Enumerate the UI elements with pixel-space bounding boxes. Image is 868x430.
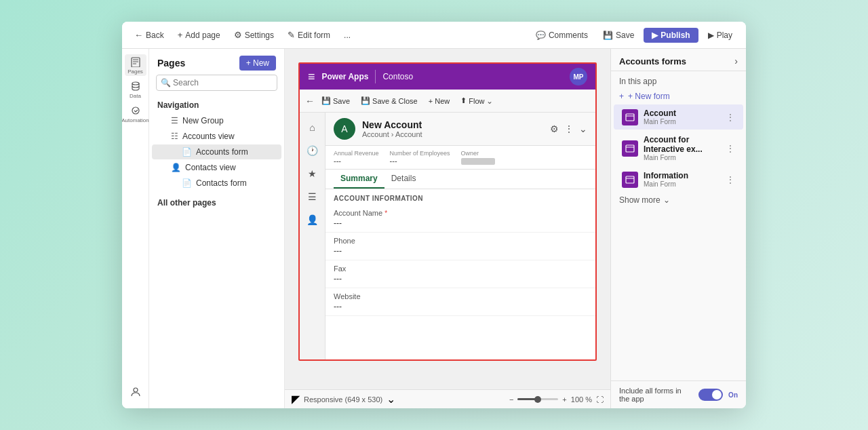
accounts-view-label: Accounts view	[182, 132, 235, 141]
pages-icon-item[interactable]: Pages	[125, 54, 146, 76]
pages-icon	[130, 56, 141, 67]
save-label: Save	[616, 31, 634, 40]
play-icon: ▶	[708, 31, 714, 40]
pa-dropdown-icon[interactable]: ⌄	[579, 123, 587, 134]
chevron-down-icon[interactable]: ⌄	[387, 393, 395, 406]
rp-form-account[interactable]: Account Main Form ⋮	[614, 104, 743, 130]
more-button[interactable]: ...	[340, 28, 355, 43]
rp-show-more-button[interactable]: Show more ⌄	[611, 193, 746, 208]
user-icon	[130, 387, 141, 397]
new-group-label: New Group	[182, 116, 224, 125]
pa-nav-home[interactable]: ⌂	[303, 118, 322, 137]
person-icon: 👤	[171, 163, 181, 172]
more-label: ...	[344, 31, 351, 40]
pa-back-button[interactable]: ←	[305, 96, 315, 106]
user-icon-item[interactable]	[125, 381, 146, 403]
pa-record-icon: A	[334, 118, 355, 140]
new-form-icon: +	[619, 92, 624, 101]
rp-form-interactive-icon	[622, 140, 638, 157]
pa-avatar: MP	[570, 68, 587, 85]
right-panel: Accounts forms › In this app + + New for…	[610, 49, 746, 408]
settings-label: Settings	[245, 31, 274, 40]
pa-toolbar: ← 💾 Save 💾 Save & Close + New	[300, 90, 595, 113]
publish-button[interactable]: ▶ Publish	[644, 28, 698, 43]
pa-nav-grid[interactable]: ☰	[303, 187, 322, 206]
annual-revenue-label: Annual Revenue	[334, 150, 379, 157]
rp-form-information-name: Information	[644, 171, 720, 180]
svg-point-5	[132, 107, 139, 114]
rp-form-information[interactable]: Information Main Form ⋮	[614, 167, 743, 192]
owner-label: Owner	[461, 150, 495, 157]
zoom-level-label: 100 %	[571, 395, 592, 404]
group-icon: ☰	[171, 116, 178, 125]
summary-tab[interactable]: Summary	[334, 170, 384, 189]
add-icon: +	[178, 30, 183, 40]
zoom-out-icon[interactable]: −	[509, 395, 513, 404]
rp-new-form-button[interactable]: + + New form	[611, 89, 746, 104]
rp-form-information-icon	[622, 172, 638, 188]
include-all-toggle[interactable]	[698, 389, 723, 401]
pa-flow-button[interactable]: ⬆ Flow ⌄	[456, 94, 497, 108]
pa-nav-person[interactable]: 👤	[303, 210, 322, 229]
pa-save-close-button[interactable]: 💾 Save & Close	[357, 94, 422, 107]
accounts-form-item[interactable]: 📄 Accounts form	[152, 144, 281, 159]
pa-record-title: New Account	[362, 119, 543, 130]
pa-appname: Contoso	[382, 72, 413, 81]
pa-nav-star[interactable]: ★	[303, 164, 322, 183]
toggle-knob	[712, 390, 722, 399]
save-button[interactable]: 💾 Save	[597, 28, 639, 43]
pa-new-button[interactable]: + New	[425, 95, 454, 107]
search-input[interactable]	[156, 75, 277, 91]
topbar-right: 💬 Comments 💾 Save ▶ Publish ▶ Play	[530, 28, 738, 43]
rp-form-interactive[interactable]: Account for Interactive ex... Main Form …	[614, 131, 743, 165]
main-area: Pages Data Automation Pages + New	[122, 49, 746, 408]
automation-icon-item[interactable]: Automation	[125, 103, 146, 125]
new-group-item[interactable]: ☰ New Group	[152, 113, 281, 128]
annual-revenue-value: ---	[334, 157, 379, 165]
pa-record-header: A New Account Account › Account ⚙ ⋮ ⌄	[326, 113, 595, 146]
rp-form-account-more[interactable]: ⋮	[726, 112, 735, 123]
zoom-slider[interactable]	[517, 398, 558, 400]
data-icon-item[interactable]: Data	[125, 79, 146, 100]
accounts-view-item[interactable]: ☷ Accounts view	[152, 129, 281, 144]
rp-form-interactive-info: Account for Interactive ex... Main Form	[644, 135, 720, 161]
contacts-view-item[interactable]: 👤 Contacts view	[152, 160, 281, 175]
comments-button[interactable]: 💬 Comments	[530, 28, 593, 43]
pa-form-section-title: ACCOUNT INFORMATION	[326, 189, 595, 205]
pa-phone-label: Phone	[334, 237, 587, 245]
zoom-in-icon[interactable]: +	[562, 395, 566, 404]
pa-account-name-label: Account Name *	[334, 209, 587, 217]
play-button[interactable]: ▶ Play	[703, 28, 738, 43]
rp-form-information-more[interactable]: ⋮	[726, 174, 735, 185]
pa-flow-chevron[interactable]: ⌄	[486, 96, 493, 106]
pa-more-icon[interactable]: ⋮	[564, 123, 574, 134]
pages-panel: Pages + New 🔍 Navigation ☰ New Group ☷ A…	[149, 49, 285, 408]
add-page-button[interactable]: + Add page	[174, 27, 224, 43]
pa-record-breadcrumb: Account › Account	[362, 130, 543, 138]
new-page-button[interactable]: + New	[239, 56, 276, 71]
pa-new-label: + New	[429, 97, 450, 105]
responsive-label: Responsive (649 x 530)	[304, 395, 382, 404]
pa-account-name-value: ---	[334, 218, 587, 228]
settings-button[interactable]: ⚙ Settings	[230, 27, 278, 43]
publish-icon: ▶	[652, 31, 658, 40]
contacts-form-label: Contacts form	[196, 178, 247, 188]
pa-settings-icon[interactable]: ⚙	[550, 123, 559, 134]
rp-form-interactive-more[interactable]: ⋮	[726, 143, 735, 154]
back-button[interactable]: ← Back	[130, 27, 168, 43]
gear-icon: ⚙	[234, 30, 242, 40]
fit-screen-icon[interactable]: ⛶	[596, 395, 604, 404]
pa-account-name-field: Account Name * ---	[326, 205, 595, 233]
waffle-icon[interactable]: ≡	[308, 70, 315, 84]
details-tab[interactable]: Details	[384, 170, 423, 189]
pa-nav-recent[interactable]: 🕐	[303, 141, 322, 160]
contacts-form-item[interactable]: 📄 Contacts form	[152, 176, 281, 191]
pa-tabs: Summary Details	[326, 170, 595, 189]
rp-arrow-icon[interactable]: ›	[734, 56, 738, 66]
pa-save-button[interactable]: 💾 Save	[317, 94, 354, 107]
pa-website-field: Website ---	[326, 288, 595, 316]
owner-value	[461, 158, 495, 165]
edit-form-button[interactable]: ✎ Edit form	[283, 27, 334, 43]
play-label: Play	[717, 31, 732, 40]
pages-title: Pages	[157, 58, 185, 69]
